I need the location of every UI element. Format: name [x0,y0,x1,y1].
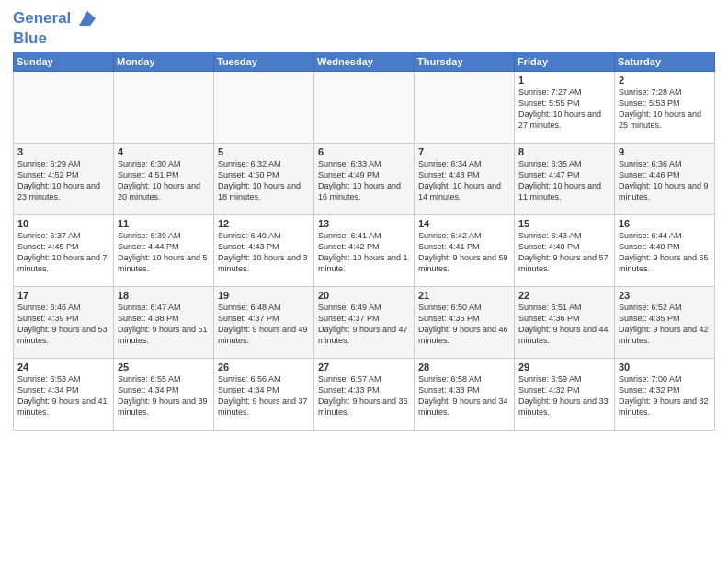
calendar-cell: 16Sunrise: 6:44 AM Sunset: 4:40 PM Dayli… [615,214,715,286]
calendar-cell: 19Sunrise: 6:48 AM Sunset: 4:37 PM Dayli… [214,286,314,358]
day-info: Sunrise: 7:27 AM Sunset: 5:55 PM Dayligh… [518,86,610,132]
day-info: Sunrise: 6:48 AM Sunset: 4:37 PM Dayligh… [218,302,310,347]
calendar-cell [214,71,314,143]
weekday-header-saturday: Saturday [615,52,715,71]
day-info: Sunrise: 6:55 AM Sunset: 4:34 PM Dayligh… [118,373,210,419]
day-number: 20 [318,290,410,301]
calendar-cell: 21Sunrise: 6:50 AM Sunset: 4:36 PM Dayli… [415,286,515,358]
day-number: 29 [518,362,610,373]
logo-general: General [13,9,71,27]
day-info: Sunrise: 6:39 AM Sunset: 4:44 PM Dayligh… [118,230,210,275]
day-info: Sunrise: 6:29 AM Sunset: 4:52 PM Dayligh… [17,158,109,203]
day-info: Sunrise: 6:37 AM Sunset: 4:45 PM Dayligh… [17,230,109,275]
day-number: 25 [118,362,210,373]
day-info: Sunrise: 6:41 AM Sunset: 4:42 PM Dayligh… [318,230,410,275]
day-info: Sunrise: 6:43 AM Sunset: 4:40 PM Dayligh… [518,230,610,275]
day-number: 28 [418,362,510,373]
day-number: 30 [619,362,711,373]
day-number: 18 [118,290,210,301]
calendar-cell: 7Sunrise: 6:34 AM Sunset: 4:48 PM Daylig… [415,143,515,214]
calendar-cell: 25Sunrise: 6:55 AM Sunset: 4:34 PM Dayli… [114,358,214,430]
day-number: 13 [318,218,410,229]
calendar-cell: 10Sunrise: 6:37 AM Sunset: 4:45 PM Dayli… [14,214,114,286]
day-number: 21 [418,290,510,301]
day-number: 11 [118,218,210,229]
calendar-week-4: 17Sunrise: 6:46 AM Sunset: 4:39 PM Dayli… [14,286,715,358]
logo-blue: Blue [13,29,97,48]
day-info: Sunrise: 6:59 AM Sunset: 4:32 PM Dayligh… [518,373,610,419]
calendar-cell: 8Sunrise: 6:35 AM Sunset: 4:47 PM Daylig… [515,143,615,214]
day-number: 26 [218,362,310,373]
day-number: 23 [619,290,711,301]
day-number: 6 [318,146,410,157]
day-number: 9 [619,146,711,157]
calendar-week-5: 24Sunrise: 6:53 AM Sunset: 4:34 PM Dayli… [14,358,715,430]
day-number: 3 [17,146,109,157]
day-number: 22 [518,290,610,301]
day-number: 1 [518,75,610,86]
calendar-cell: 22Sunrise: 6:51 AM Sunset: 4:36 PM Dayli… [515,286,615,358]
day-info: Sunrise: 7:28 AM Sunset: 5:53 PM Dayligh… [619,86,711,132]
calendar-cell: 17Sunrise: 6:46 AM Sunset: 4:39 PM Dayli… [14,286,114,358]
calendar-cell: 18Sunrise: 6:47 AM Sunset: 4:38 PM Dayli… [114,286,214,358]
calendar-week-3: 10Sunrise: 6:37 AM Sunset: 4:45 PM Dayli… [14,214,715,286]
calendar-cell: 4Sunrise: 6:30 AM Sunset: 4:51 PM Daylig… [114,143,214,214]
calendar-cell: 15Sunrise: 6:43 AM Sunset: 4:40 PM Dayli… [515,214,615,286]
calendar-week-2: 3Sunrise: 6:29 AM Sunset: 4:52 PM Daylig… [14,143,715,214]
calendar-table: SundayMondayTuesdayWednesdayThursdayFrid… [13,52,715,431]
calendar-cell: 11Sunrise: 6:39 AM Sunset: 4:44 PM Dayli… [114,214,214,286]
day-info: Sunrise: 6:52 AM Sunset: 4:35 PM Dayligh… [619,302,711,347]
calendar-cell: 28Sunrise: 6:58 AM Sunset: 4:33 PM Dayli… [415,358,515,430]
logo: General Blue [13,9,97,48]
day-info: Sunrise: 6:40 AM Sunset: 4:43 PM Dayligh… [218,230,310,275]
day-info: Sunrise: 6:58 AM Sunset: 4:33 PM Dayligh… [418,373,510,419]
weekday-header-wednesday: Wednesday [314,52,415,71]
day-number: 19 [218,290,310,301]
calendar-cell: 3Sunrise: 6:29 AM Sunset: 4:52 PM Daylig… [14,143,114,214]
page-container: General Blue SundayMondayTuesdayWednesda… [0,0,728,440]
day-number: 14 [418,218,510,229]
calendar-cell: 1Sunrise: 7:27 AM Sunset: 5:55 PM Daylig… [515,71,615,143]
calendar-cell: 20Sunrise: 6:49 AM Sunset: 4:37 PM Dayli… [314,286,415,358]
day-number: 17 [17,290,109,301]
calendar-cell: 30Sunrise: 7:00 AM Sunset: 4:32 PM Dayli… [615,358,715,430]
day-info: Sunrise: 6:57 AM Sunset: 4:33 PM Dayligh… [318,373,410,419]
calendar-cell: 14Sunrise: 6:42 AM Sunset: 4:41 PM Dayli… [415,214,515,286]
day-info: Sunrise: 6:36 AM Sunset: 4:46 PM Dayligh… [619,158,711,203]
day-info: Sunrise: 6:46 AM Sunset: 4:39 PM Dayligh… [17,302,109,347]
day-number: 27 [318,362,410,373]
day-info: Sunrise: 6:53 AM Sunset: 4:34 PM Dayligh… [17,373,109,419]
calendar-cell [114,71,214,143]
day-number: 5 [218,146,310,157]
calendar-cell: 6Sunrise: 6:33 AM Sunset: 4:49 PM Daylig… [314,143,415,214]
calendar-cell: 9Sunrise: 6:36 AM Sunset: 4:46 PM Daylig… [615,143,715,214]
day-info: Sunrise: 6:30 AM Sunset: 4:51 PM Dayligh… [118,158,210,203]
day-number: 12 [218,218,310,229]
weekday-header-row: SundayMondayTuesdayWednesdayThursdayFrid… [14,52,715,71]
calendar-cell: 5Sunrise: 6:32 AM Sunset: 4:50 PM Daylig… [214,143,314,214]
day-info: Sunrise: 6:49 AM Sunset: 4:37 PM Dayligh… [318,302,410,347]
day-info: Sunrise: 6:56 AM Sunset: 4:34 PM Dayligh… [218,373,310,419]
day-info: Sunrise: 6:34 AM Sunset: 4:48 PM Dayligh… [418,158,510,203]
day-info: Sunrise: 6:50 AM Sunset: 4:36 PM Dayligh… [418,302,510,347]
day-number: 4 [118,146,210,157]
day-info: Sunrise: 6:51 AM Sunset: 4:36 PM Dayligh… [518,302,610,347]
calendar-cell: 29Sunrise: 6:59 AM Sunset: 4:32 PM Dayli… [515,358,615,430]
day-number: 2 [619,75,711,86]
calendar-cell: 23Sunrise: 6:52 AM Sunset: 4:35 PM Dayli… [615,286,715,358]
calendar-cell [314,71,415,143]
weekday-header-tuesday: Tuesday [214,52,314,71]
day-info: Sunrise: 7:00 AM Sunset: 4:32 PM Dayligh… [619,373,711,419]
day-number: 24 [17,362,109,373]
calendar-cell: 27Sunrise: 6:57 AM Sunset: 4:33 PM Dayli… [314,358,415,430]
day-info: Sunrise: 6:32 AM Sunset: 4:50 PM Dayligh… [218,158,310,203]
calendar-cell: 12Sunrise: 6:40 AM Sunset: 4:43 PM Dayli… [214,214,314,286]
svg-marker-0 [79,11,96,26]
day-info: Sunrise: 6:35 AM Sunset: 4:47 PM Dayligh… [518,158,610,203]
weekday-header-friday: Friday [515,52,615,71]
day-info: Sunrise: 6:47 AM Sunset: 4:38 PM Dayligh… [118,302,210,347]
day-number: 8 [518,146,610,157]
calendar-cell [415,71,515,143]
day-number: 7 [418,146,510,157]
weekday-header-thursday: Thursday [415,52,515,71]
